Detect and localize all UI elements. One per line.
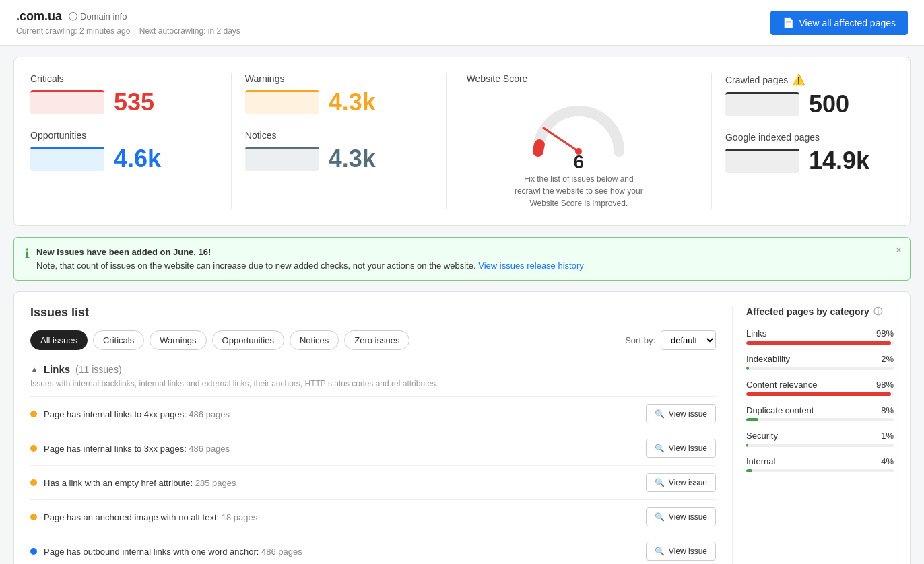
- table-row: Page has internal links to 4xx pages: 48…: [30, 396, 716, 431]
- divider-2: [446, 73, 447, 209]
- view-issue-label: View issue: [669, 512, 707, 522]
- sort-label: Sort by:: [625, 335, 655, 345]
- website-score-section: Website Score 6 Fix the list of issues b…: [460, 73, 698, 209]
- issues-section: Issues list All issues Criticals Warning…: [13, 291, 911, 564]
- affected-title: Affected pages by category ⓘ: [746, 306, 894, 318]
- cat-internal-pct: 4%: [881, 456, 894, 466]
- list-item: Security 1%: [746, 431, 894, 447]
- issues-title: Issues list: [30, 306, 716, 320]
- crawled-pages-label: Crawled pages: [725, 75, 788, 85]
- google-indexed-metric: Google indexed pages 14.9k: [725, 132, 894, 175]
- filter-criticals[interactable]: Criticals: [93, 330, 144, 350]
- crawled-pages-value: 500: [809, 90, 849, 118]
- issue-text-2: Page has internal links to 3xx pages: 48…: [44, 444, 639, 454]
- cat-links-bar: [746, 341, 894, 345]
- issue-text-3: Has a link with an empty href attribute:…: [44, 478, 639, 488]
- notice-text: New issues have been added on June, 16! …: [36, 246, 584, 272]
- search-icon: 🔍: [655, 444, 665, 453]
- cat-indexability-row: Indexability 2%: [746, 354, 894, 364]
- notices-value: 4.3k: [329, 145, 376, 173]
- filter-opportunities[interactable]: Opportunities: [212, 330, 284, 350]
- warning-dot-icon: [30, 514, 37, 520]
- notices-metric: Notices 4.3k: [245, 130, 432, 173]
- crawled-label-row: Crawled pages ⚠️: [725, 73, 894, 86]
- cat-internal-row: Internal 4%: [746, 456, 894, 466]
- warning-dot-icon: [30, 479, 37, 486]
- list-item: Internal 4%: [746, 456, 894, 472]
- filter-all-issues[interactable]: All issues: [30, 330, 88, 350]
- warning-triangle-icon: ⚠️: [792, 73, 805, 86]
- view-all-affected-button[interactable]: 📄 View all affected pages: [770, 11, 908, 35]
- warning-dot-icon: [30, 445, 37, 452]
- view-issue-button-2[interactable]: 🔍 View issue: [646, 439, 716, 458]
- table-row: Page has internal links to 3xx pages: 48…: [30, 431, 716, 465]
- left-metrics: Criticals 535 Opportunities 4.6k: [30, 73, 218, 209]
- search-icon: 🔍: [655, 547, 665, 556]
- view-issue-button-4[interactable]: 🔍 View issue: [646, 507, 716, 526]
- notice-link[interactable]: View issues release history: [478, 260, 584, 271]
- cat-indexability-bar: [746, 367, 894, 370]
- metrics-section: Criticals 535 Opportunities 4.6k Warning…: [13, 57, 911, 226]
- cat-content-name: Content relevance: [746, 380, 818, 390]
- cat-duplicate-pct: 8%: [881, 405, 894, 415]
- view-issue-label: View issue: [669, 478, 707, 487]
- notice-banner: ℹ New issues have been added on June, 16…: [13, 237, 911, 281]
- table-row: Page has an anchored image with no alt t…: [30, 499, 716, 534]
- crawling-info: Current crawling: 2 minutes ago Next aut…: [16, 26, 240, 36]
- filter-notices[interactable]: Notices: [290, 330, 339, 350]
- divider-1: [231, 73, 232, 209]
- view-issue-button-5[interactable]: 🔍 View issue: [646, 542, 716, 561]
- domain-info-label: Domain info: [80, 11, 127, 22]
- domain-row: .com.ua ⓘ Domain info: [16, 9, 240, 24]
- cat-links-pct: 98%: [876, 328, 894, 339]
- criticals-label: Criticals: [30, 73, 218, 84]
- list-item: Content relevance 98%: [746, 380, 894, 396]
- sort-select[interactable]: default: [661, 330, 716, 350]
- cat-indexability-pct: 2%: [881, 354, 894, 364]
- document-icon: 📄: [783, 17, 794, 28]
- filter-warnings[interactable]: Warnings: [150, 330, 206, 350]
- affected-title-text: Affected pages by category: [746, 306, 869, 317]
- view-issue-label: View issue: [669, 409, 707, 419]
- notices-bar-value: 4.3k: [245, 145, 432, 173]
- info-circle-icon: ⓘ: [69, 11, 77, 23]
- close-button[interactable]: ×: [896, 244, 902, 256]
- criticals-bar: [30, 90, 104, 114]
- opportunities-value: 4.6k: [114, 145, 161, 173]
- top-bar: .com.ua ⓘ Domain info Current crawling: …: [0, 0, 924, 46]
- view-issue-button-1[interactable]: 🔍 View issue: [646, 404, 716, 423]
- issues-main: Issues list All issues Criticals Warning…: [30, 306, 716, 564]
- cat-duplicate-name: Duplicate content: [746, 405, 814, 415]
- affected-sidebar: Affected pages by category ⓘ Links 98% I…: [732, 306, 894, 564]
- google-indexed-value: 14.9k: [809, 147, 869, 175]
- notice-title: New issues have been added on June, 16!: [36, 247, 211, 257]
- domain-info-button[interactable]: ⓘ Domain info: [69, 11, 127, 23]
- view-issue-label: View issue: [669, 444, 707, 453]
- filter-zero-issues[interactable]: Zero issues: [344, 330, 409, 350]
- notices-label: Notices: [245, 130, 432, 141]
- notices-bar: [245, 147, 319, 171]
- list-item: Indexability 2%: [746, 354, 894, 370]
- search-icon: 🔍: [655, 512, 665, 522]
- domain-info-section: .com.ua ⓘ Domain info Current crawling: …: [16, 9, 240, 36]
- notice-body: Note, that count of issues on the websit…: [36, 260, 476, 271]
- info-icon[interactable]: ⓘ: [873, 306, 882, 318]
- criticals-metric: Criticals 535: [30, 73, 218, 116]
- list-item: Duplicate content 8%: [746, 405, 894, 421]
- cat-duplicate-bar: [746, 418, 894, 421]
- view-all-label: View all affected pages: [799, 17, 896, 28]
- website-score-desc: Fix the list of issues below and recrawl…: [511, 173, 646, 209]
- cat-internal-bar: [746, 469, 894, 472]
- category-name: Links: [44, 363, 70, 375]
- cat-security-pct: 1%: [881, 431, 894, 441]
- issue-text-4: Page has an anchored image with no alt t…: [44, 512, 639, 522]
- crawled-pages-metric: Crawled pages ⚠️ 500: [725, 73, 894, 118]
- issue-count: (11 issues): [75, 364, 122, 375]
- warnings-value: 4.3k: [329, 88, 376, 116]
- opportunities-bar: [30, 147, 104, 171]
- middle-metrics: Warnings 4.3k Notices 4.3k: [245, 73, 432, 209]
- issue-text-1: Page has internal links to 4xx pages: 48…: [44, 409, 639, 419]
- search-icon: 🔍: [655, 409, 665, 419]
- view-issue-button-3[interactable]: 🔍 View issue: [646, 473, 716, 492]
- website-score-label: Website Score: [467, 73, 528, 84]
